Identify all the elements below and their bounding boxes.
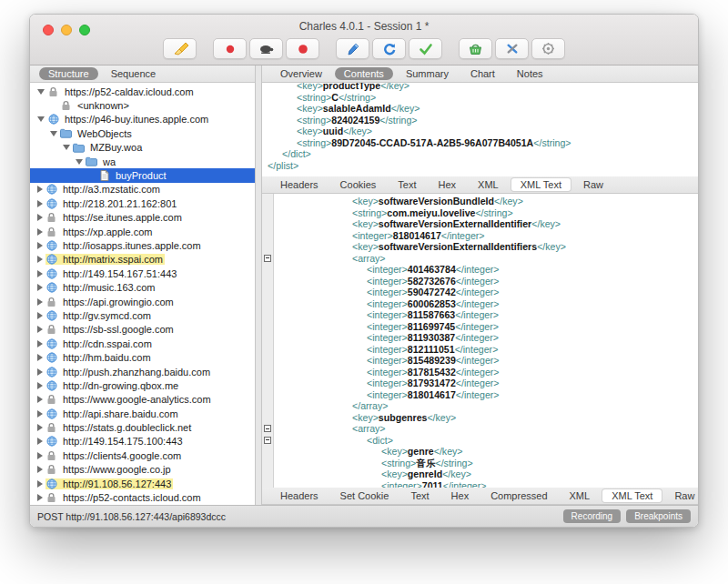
- tree-row[interactable]: http://hm.baidu.com: [30, 350, 255, 364]
- disclosure-triangle-icon[interactable]: [37, 116, 45, 122]
- disclosure-triangle-icon[interactable]: [37, 452, 43, 459]
- disclosure-triangle-icon[interactable]: [37, 256, 43, 263]
- disclosure-triangle-icon[interactable]: [37, 368, 43, 376]
- tree-row[interactable]: https://www.google.co.jp: [30, 463, 255, 477]
- disclosure-triangle-icon[interactable]: [37, 340, 43, 347]
- disclosure-triangle-icon[interactable]: [37, 396, 43, 403]
- tree-row[interactable]: http://iosapps.itunes.apple.com: [30, 238, 255, 252]
- broom-clear-button[interactable]: [163, 38, 197, 59]
- tree-row[interactable]: http://push.zhanzhang.baidu.com: [30, 365, 255, 378]
- settings-gear-button[interactable]: [531, 38, 565, 59]
- tree-row[interactable]: https://xp.apple.com: [30, 225, 255, 238]
- request-tab-headers[interactable]: Headers: [271, 178, 328, 191]
- status-badge-recording[interactable]: Recording: [563, 509, 622, 523]
- tab-contents[interactable]: Contents: [335, 67, 393, 80]
- request-tab-cookies[interactable]: Cookies: [331, 178, 386, 191]
- disclosure-triangle-icon[interactable]: [50, 131, 57, 136]
- tree-row[interactable]: wa: [30, 155, 255, 168]
- disclosure-triangle-icon[interactable]: [37, 89, 45, 95]
- validate-check-button[interactable]: [409, 38, 442, 59]
- fold-collapse-icon[interactable]: [264, 437, 271, 444]
- structure-tree[interactable]: https://p52-caldav.icloud.com<unknown>ht…: [30, 83, 255, 505]
- disclosure-triangle-icon[interactable]: [37, 424, 43, 431]
- tree-row[interactable]: http://music.163.com: [30, 280, 255, 294]
- breakpoint-button[interactable]: [286, 38, 319, 59]
- disclosure-triangle-icon[interactable]: [37, 438, 43, 445]
- disclosure-triangle-icon[interactable]: [37, 466, 43, 473]
- response-tab-compressed[interactable]: Compressed: [481, 489, 556, 502]
- tree-row-selected[interactable]: buyProduct: [30, 168, 255, 182]
- response-tab-set-cookie[interactable]: Set Cookie: [331, 489, 399, 502]
- tree-row[interactable]: https://clients4.google.com: [30, 448, 255, 462]
- disclosure-triangle-icon[interactable]: [37, 242, 43, 249]
- disclosure-triangle-icon[interactable]: [37, 312, 43, 319]
- disclosure-triangle-icon[interactable]: [37, 480, 43, 488]
- request-tab-text[interactable]: Text: [389, 178, 425, 191]
- request-tab-hex[interactable]: Hex: [430, 178, 466, 191]
- compose-pencil-button[interactable]: [336, 38, 369, 59]
- disclosure-triangle-icon[interactable]: [37, 382, 43, 389]
- request-xml-pane[interactable]: <key>productType</key><string>C</string>…: [262, 83, 698, 176]
- disclosure-triangle-icon[interactable]: [37, 410, 43, 418]
- tree-row[interactable]: http://cdn.sspai.com: [30, 337, 255, 350]
- pane-splitter[interactable]: [256, 65, 262, 505]
- tab-overview[interactable]: Overview: [271, 67, 331, 80]
- fold-collapse-icon[interactable]: [264, 425, 271, 432]
- fold-collapse-icon[interactable]: [264, 255, 271, 262]
- repeat-button[interactable]: [372, 38, 406, 59]
- disclosure-triangle-icon[interactable]: [37, 270, 43, 277]
- throttle-turtle-button[interactable]: [249, 38, 283, 59]
- tree-row-label: https://www.google-analytics.com: [61, 394, 213, 405]
- status-badge-breakpoints[interactable]: Breakpoints: [626, 509, 691, 523]
- response-tab-hex[interactable]: Hex: [442, 489, 479, 502]
- tools-cross-button[interactable]: [495, 38, 529, 59]
- tree-row[interactable]: http://matrix.sspai.com: [30, 253, 255, 267]
- disclosure-triangle-icon[interactable]: [37, 186, 43, 193]
- response-tab-xml-text[interactable]: XML Text: [602, 489, 662, 502]
- response-tab-headers[interactable]: Headers: [271, 489, 328, 502]
- response-tab-text[interactable]: Text: [401, 489, 438, 502]
- disclosure-triangle-icon[interactable]: [63, 145, 70, 150]
- disclosure-triangle-icon[interactable]: [37, 228, 43, 236]
- tree-row[interactable]: https://sb-ssl.google.com: [30, 323, 255, 337]
- request-tab-raw[interactable]: Raw: [574, 178, 612, 191]
- tree-row[interactable]: https://p46-buy.itunes.apple.com: [30, 113, 255, 126]
- tree-row[interactable]: MZBuy.woa: [30, 141, 255, 155]
- request-tab-xml-text[interactable]: XML Text: [511, 178, 571, 191]
- tree-row[interactable]: http://218.201.21.162:801: [30, 196, 255, 210]
- tab-summary[interactable]: Summary: [397, 67, 458, 80]
- tree-row[interactable]: http://149.154.175.100:443: [30, 435, 255, 448]
- tree-row[interactable]: https://se.itunes.apple.com: [30, 211, 255, 225]
- record-button[interactable]: [213, 38, 247, 59]
- tab-sequence[interactable]: Sequence: [102, 67, 166, 80]
- disclosure-triangle-icon[interactable]: [37, 298, 43, 306]
- disclosure-triangle-icon[interactable]: [76, 159, 83, 165]
- disclosure-triangle-icon[interactable]: [37, 284, 43, 291]
- tab-structure[interactable]: Structure: [39, 67, 98, 80]
- tree-row[interactable]: WebObjects: [30, 126, 255, 140]
- tree-row[interactable]: http://dn-growing.qbox.me: [30, 378, 255, 392]
- disclosure-triangle-icon[interactable]: [37, 354, 43, 361]
- tree-row[interactable]: http://149.154.167.51:443: [30, 267, 255, 280]
- tree-row[interactable]: http://gv.symcd.com: [30, 308, 255, 322]
- response-tab-xml[interactable]: XML: [561, 489, 600, 502]
- tree-row[interactable]: https://stats.g.doubleclick.net: [30, 420, 255, 434]
- tree-row[interactable]: https://api.growingio.com: [30, 295, 255, 308]
- tree-row[interactable]: http://api.share.baidu.com: [30, 407, 255, 420]
- response-xml-pane[interactable]: <key>softwareVersionBundleId</key><strin…: [262, 194, 698, 488]
- disclosure-triangle-icon[interactable]: [37, 326, 43, 333]
- tab-chart[interactable]: Chart: [461, 67, 504, 80]
- tree-row[interactable]: https://www.google-analytics.com: [30, 393, 255, 407]
- tab-notes[interactable]: Notes: [508, 67, 552, 80]
- tree-row[interactable]: https://p52-caldav.icloud.com: [30, 85, 255, 98]
- tree-row[interactable]: http://91.108.56.127:443: [30, 477, 255, 490]
- disclosure-triangle-icon[interactable]: [37, 214, 43, 221]
- disclosure-triangle-icon[interactable]: [37, 200, 43, 207]
- disclosure-triangle-icon[interactable]: [37, 494, 43, 501]
- response-tab-raw[interactable]: Raw: [665, 489, 698, 502]
- request-tab-xml[interactable]: XML: [469, 178, 508, 191]
- basket-button[interactable]: [459, 38, 492, 59]
- tree-row[interactable]: <unknown>: [30, 98, 255, 112]
- tree-row[interactable]: http://a3.mzstatic.com: [30, 183, 255, 196]
- tree-row[interactable]: https://p52-contacts.icloud.com: [30, 490, 255, 504]
